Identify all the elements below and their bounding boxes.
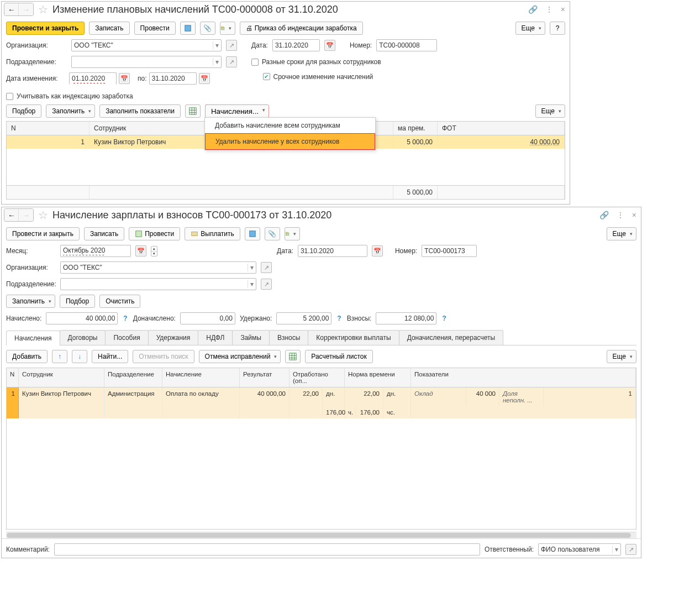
urgent-checkbox[interactable]: ✔Срочное изменение начислений [263,73,373,81]
forward-button[interactable]: → [19,209,33,221]
grid-row-2[interactable]: 176,00 ч. 176,00 чс. [7,406,636,418]
find-button[interactable]: Найти... [92,350,128,363]
help-icon[interactable]: ? [441,315,447,322]
org-input[interactable]: ООО "ТЕКС"▾ [71,39,222,51]
change-date-input[interactable]: 01.10.2020 [69,72,117,85]
month-up[interactable]: ▴ [151,247,157,251]
pick-button[interactable]: Подбор [6,104,41,118]
pick-button[interactable]: Подбор [60,295,95,308]
calendar-icon[interactable]: 📅 [324,40,335,51]
month-down[interactable]: ▾ [151,251,157,256]
svg-rect-4 [136,231,142,237]
window-title: Начисление зарплаты и взносов ТС00-00017… [52,209,596,221]
resp-input[interactable]: ФИО пользователя▾ [538,543,621,556]
calendar-icon[interactable]: 📅 [372,245,383,256]
favorite-icon[interactable]: ☆ [37,208,49,222]
pay-button[interactable]: Выплатить [185,227,240,240]
more-button[interactable]: Еще [607,227,636,240]
to-date-input[interactable]: 31.10.2020 [149,72,197,85]
more-button[interactable]: Еще [515,22,545,35]
move-down-icon[interactable]: ↓ [72,350,87,363]
related-docs-icon[interactable] [220,22,235,35]
fill-indicators-button[interactable]: Заполнить показатели [99,104,181,118]
withheld-value[interactable]: 5 200,00 [276,312,331,324]
number-input[interactable]: ТС00-000008 [376,39,437,51]
dept-open-icon[interactable]: ↗ [226,56,237,67]
comment-input[interactable] [54,543,480,556]
org-input[interactable]: ООО "ТЕКС"▾ [60,261,256,274]
link-icon[interactable]: 🔗 [599,211,609,219]
attachment-icon[interactable]: 📎 [200,22,215,35]
horizontal-scrollbar[interactable] [6,532,636,538]
save-button[interactable]: Записать [84,227,124,240]
report-icon[interactable] [245,227,260,240]
attachment-icon[interactable]: 📎 [265,227,280,240]
back-button[interactable]: ← [4,3,19,15]
resp-open-icon[interactable]: ↗ [625,544,636,555]
kebab-icon[interactable]: ⋮ [545,5,553,14]
kebab-icon[interactable]: ⋮ [617,211,624,219]
titlebar: ← → ☆ Изменение плановых начислений ТС00… [2,2,570,19]
post-close-button[interactable]: Провести и закрыть [6,227,80,240]
post-close-button[interactable]: Провести и закрыть [6,22,85,35]
org-open-icon[interactable]: ↗ [261,262,272,273]
move-up-icon[interactable]: ↑ [52,350,67,363]
tab-benefits[interactable]: Пособия [105,330,148,345]
dept-input[interactable]: ▾ [60,278,256,290]
report-icon[interactable] [180,22,196,35]
tab-contributions[interactable]: Взносы [269,330,308,345]
payslip-button[interactable]: Расчетный листок [305,350,372,363]
print-order-button[interactable]: 🖨 Приказ об индексации заработка [240,22,363,35]
extra-value[interactable]: 0,00 [180,312,235,324]
forward-button[interactable]: → [19,3,33,15]
post-button[interactable]: Провести [129,227,180,240]
withheld-label: Удержано: [240,315,272,322]
save-button[interactable]: Записать [89,22,129,35]
related-docs-icon[interactable] [285,227,300,240]
index-checkbox[interactable]: Учитывать как индексацию заработка [6,92,133,100]
date-input[interactable]: 31.10.2020 [298,245,367,257]
tab-extra[interactable]: Доначисления, перерасчеты [399,330,503,345]
table-more-button[interactable]: Еще [535,104,565,118]
tab-withholdings[interactable]: Удержания [148,330,199,345]
month-input[interactable]: Октябрь 2020 [60,245,131,257]
dept-open-icon[interactable]: ↗ [261,279,272,290]
grid-settings-icon[interactable] [185,104,201,118]
grid-settings-icon[interactable] [285,350,301,363]
grid-more-button[interactable]: Еще [607,350,636,363]
month-picker-icon[interactable]: 📅 [135,245,146,256]
close-icon[interactable]: × [632,211,636,219]
favorite-icon[interactable]: ☆ [37,3,49,16]
fill-button[interactable]: Заполнить [6,295,55,308]
close-icon[interactable]: × [561,5,565,14]
help-button[interactable]: ? [550,22,565,35]
tab-contracts[interactable]: Договоры [60,330,106,345]
help-icon[interactable]: ? [122,315,128,322]
cancel-fix-button[interactable]: Отмена исправлений [199,350,281,363]
contrib-value[interactable]: 12 080,00 [376,312,436,324]
date-input[interactable]: 31.10.2020 [272,39,320,51]
menu-add-all[interactable]: Добавить начисление всем сотрудникам [205,118,375,133]
calendar-icon[interactable]: 📅 [199,73,210,84]
tab-ndfl[interactable]: НДФЛ [198,330,233,345]
menu-delete-all[interactable]: Удалить начисление у всех сотрудников [205,133,375,150]
add-button[interactable]: Добавить [6,350,48,363]
accrued-value[interactable]: 40 000,00 [46,312,118,324]
dept-input[interactable]: ▾ [71,56,222,68]
tab-loans[interactable]: Займы [232,330,270,345]
tab-corrections[interactable]: Корректировки выплаты [308,330,399,345]
link-icon[interactable]: 🔗 [528,5,538,14]
grid-row[interactable]: 1 Кузин Виктор Петрович Администрация Оп… [7,387,636,406]
fill-button[interactable]: Заполнить [46,104,95,118]
org-open-icon[interactable]: ↗ [226,40,237,51]
post-button[interactable]: Провести [134,22,176,35]
clear-button[interactable]: Очистить [99,295,140,308]
back-button[interactable]: ← [4,209,19,221]
help-icon[interactable]: ? [336,315,342,322]
accruals-dropdown[interactable]: Начисления... [205,104,269,118]
cancel-search-button[interactable]: Отменить поиск [133,350,194,363]
different-terms-checkbox[interactable]: Разные сроки для разных сотрудников [251,58,381,66]
number-input[interactable]: ТС00-000173 [422,245,477,257]
calendar-icon[interactable]: 📅 [119,73,130,84]
tab-accruals[interactable]: Начисления [6,331,60,345]
